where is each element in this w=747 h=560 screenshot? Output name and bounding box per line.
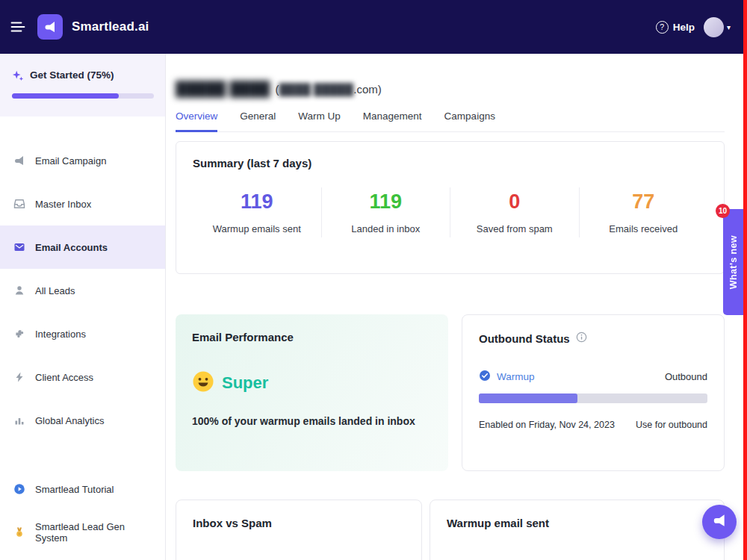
tab-campaigns[interactable]: Campaigns: [444, 111, 495, 131]
email-performance-card: Email Performance Super 100% of your war…: [176, 314, 448, 471]
stat-label: Landed in inbox: [322, 223, 450, 234]
check-badge-icon: [479, 370, 491, 384]
email-performance-title: Email Performance: [192, 331, 432, 343]
performance-description: 100% of your warmup emails landed in inb…: [192, 415, 432, 427]
main-content: █████ ████ (████ █████.com) Overview Gen…: [166, 54, 747, 560]
brand-name[interactable]: Smartlead.ai: [72, 19, 149, 34]
outbound-progressbar: [479, 393, 707, 403]
sidebar: Get Started (75%) Email Campaign: [0, 54, 166, 560]
tab-general[interactable]: General: [240, 111, 276, 131]
account-email-redacted: ████ █████: [279, 83, 353, 96]
whats-new-badge: 10: [716, 204, 730, 218]
sidebar-item-label: Integrations: [35, 329, 86, 340]
tab-management[interactable]: Management: [363, 111, 422, 131]
stat-value: 77: [580, 190, 708, 214]
help-label: Help: [673, 22, 695, 33]
bottom-cards-row: Inbox vs Spam Warmup email sent: [176, 500, 725, 560]
bolt-icon: [13, 371, 25, 383]
inbox-vs-spam-title: Inbox vs Spam: [193, 517, 405, 529]
account-email-suffix: .com): [353, 83, 382, 96]
avatar: [704, 17, 724, 37]
outbound-progress-fill: [479, 393, 577, 403]
account-email-group: (████ █████.com): [275, 83, 381, 96]
get-started-panel[interactable]: Get Started (75%): [0, 54, 165, 116]
content-shell: Get Started (75%) Email Campaign: [0, 54, 747, 560]
sidebar-item-label: All Leads: [35, 285, 75, 296]
smiley-icon: [192, 370, 214, 396]
account-name-redacted: █████ ████: [176, 81, 270, 97]
outbound-label: Outbound: [665, 371, 707, 382]
stat-label: Saved from spam: [450, 223, 579, 234]
account-tabs: Overview General Warm Up Management Camp…: [176, 111, 725, 132]
sidebar-item-label: Global Analytics: [35, 415, 105, 426]
sidebar-item-label: Email Accounts: [35, 242, 108, 253]
enabled-date-text: Enabled on Friday, Nov 24, 2023: [479, 420, 615, 430]
sidebar-footer: Smartlead Tutorial Smartlead Lead Gen Sy…: [0, 467, 165, 560]
sidebar-menu: Email Campaign Master Inbox Email Accoun…: [0, 139, 165, 442]
warmup-status: Warmup: [479, 370, 535, 384]
performance-rating-text: Super: [222, 373, 268, 393]
sidebar-item-email-accounts[interactable]: Email Accounts: [0, 225, 165, 269]
sparkle-icon: [12, 69, 24, 81]
outbound-footer-row: Enabled on Friday, Nov 24, 2023 Use for …: [479, 420, 707, 430]
warmup-label: Warmup: [497, 371, 535, 382]
sidebar-item-label: Master Inbox: [35, 199, 91, 210]
whats-new-tab[interactable]: 10 What's new: [723, 209, 743, 315]
info-icon[interactable]: [576, 332, 587, 346]
stat-landed-in-inbox: 119 Landed in inbox: [321, 187, 450, 237]
user-menu[interactable]: ▾: [704, 17, 731, 37]
stat-saved-from-spam: 0 Saved from spam: [450, 187, 579, 237]
help-button[interactable]: ? Help: [656, 21, 695, 34]
sidebar-item-integrations[interactable]: Integrations: [0, 312, 165, 355]
stat-emails-received: 77 Emails received: [579, 187, 708, 237]
whats-new-label: What's new: [728, 235, 739, 289]
top-navbar: Smartlead.ai ? Help ▾: [0, 0, 747, 54]
sidebar-item-label: Client Access: [35, 372, 93, 383]
screenshot-right-edge-marker: [743, 0, 747, 560]
app-window: Smartlead.ai ? Help ▾ Get Started (75%): [0, 0, 747, 560]
get-started-progressbar: [12, 93, 154, 99]
stat-label: Warmup emails sent: [193, 223, 321, 234]
sidebar-item-global-analytics[interactable]: Global Analytics: [0, 399, 165, 442]
inbox-vs-spam-card: Inbox vs Spam: [176, 500, 422, 560]
envelope-icon: [13, 241, 25, 253]
nav-right-cluster: ? Help ▾: [656, 17, 731, 37]
sidebar-item-label: Email Campaign: [35, 155, 106, 167]
stat-warmup-emails-sent: 119 Warmup emails sent: [193, 187, 321, 237]
sidebar-item-client-access[interactable]: Client Access: [0, 355, 165, 399]
sidebar-item-all-leads[interactable]: All Leads: [0, 269, 165, 312]
sidebar-item-smartlead-tutorial[interactable]: Smartlead Tutorial: [0, 467, 165, 511]
bar-chart-icon: [13, 414, 25, 426]
warmup-status-row: Warmup Outbound: [479, 370, 707, 384]
medal-icon: [13, 526, 25, 538]
performance-rating: Super: [192, 370, 432, 396]
question-mark-icon: ?: [656, 21, 669, 34]
inbox-icon: [13, 198, 25, 210]
sidebar-item-label: Smartlead Tutorial: [35, 484, 114, 495]
summary-title: Summary (last 7 days): [193, 157, 707, 169]
smartlead-logo-icon[interactable]: [37, 14, 63, 40]
cards-row: Email Performance Super 100% of your war…: [176, 314, 725, 471]
get-started-progress-fill: [12, 93, 119, 99]
megaphone-icon: [13, 155, 25, 167]
outbound-status-card: Outbound Status Warmup Outbound: [462, 314, 725, 471]
puzzle-icon: [13, 328, 25, 340]
sidebar-collapse-icon[interactable]: [10, 21, 25, 33]
get-started-label: Get Started (75%): [30, 69, 114, 81]
sidebar-item-email-campaign[interactable]: Email Campaign: [0, 139, 165, 182]
tab-warm-up[interactable]: Warm Up: [298, 111, 341, 131]
outbound-title-row: Outbound Status: [479, 332, 707, 346]
warmup-email-sent-title: Warmup email sent: [447, 517, 707, 529]
person-icon: [13, 284, 25, 296]
stat-label: Emails received: [580, 223, 708, 234]
sidebar-item-lead-gen-system[interactable]: Smartlead Lead Gen System: [0, 511, 165, 554]
chevron-down-icon: ▾: [727, 23, 731, 31]
stat-value: 119: [322, 190, 450, 214]
floating-action-button[interactable]: [702, 505, 737, 539]
tab-overview[interactable]: Overview: [176, 111, 217, 132]
play-icon: [13, 483, 25, 495]
use-for-outbound-text: Use for outbound: [636, 420, 707, 430]
outbound-status-title: Outbound Status: [479, 332, 570, 345]
sidebar-item-label: Smartlead Lead Gen System: [35, 521, 152, 544]
sidebar-item-master-inbox[interactable]: Master Inbox: [0, 182, 165, 225]
